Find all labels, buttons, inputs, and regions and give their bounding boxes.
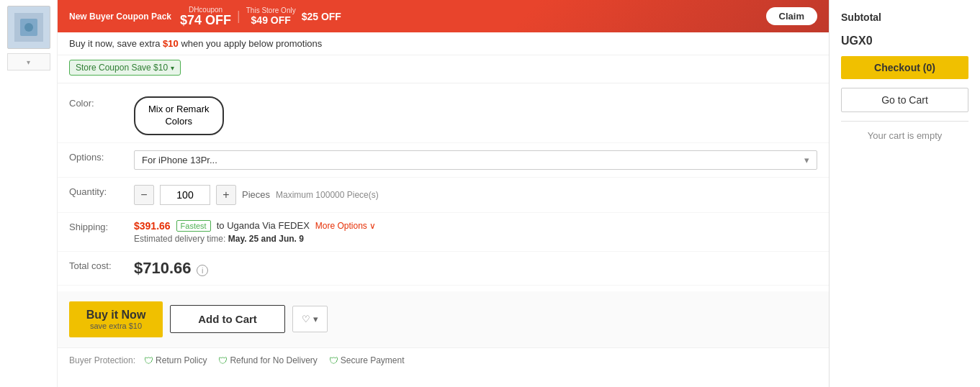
save-extra-row: Buy it now, save extra $10 when you appl…	[58, 32, 829, 55]
quantity-unit: Pieces	[242, 189, 270, 200]
coupon-banner: New Buyer Coupon Pack DHcoupon $74 OFF |…	[58, 0, 829, 32]
shipping-row: Shipping: $391.66 Fastest to Uganda Via …	[58, 213, 829, 252]
options-selected: For iPhone 13Pr...	[142, 155, 217, 165]
options-dropdown[interactable]: For iPhone 13Pr... ▾	[134, 150, 817, 170]
store-coupon-row: Store Coupon Save $10 ▾	[58, 55, 829, 83]
delivery-dates: May. 25 and Jun. 9	[228, 234, 304, 244]
buy-now-sub-label: save extra $10	[84, 322, 148, 330]
product-details: Color: Mix or RemarkColors Options: For …	[58, 83, 829, 291]
coupon-title: New Buyer Coupon Pack	[69, 12, 171, 22]
refund-delivery-item: 🛡 Refund for No Delivery	[218, 355, 317, 366]
buyer-protection-label: Buyer Protection:	[69, 355, 135, 365]
shipping-value: $391.66 Fastest to Uganda Via FEDEX More…	[134, 220, 817, 244]
color-row: Color: Mix or RemarkColors	[58, 89, 829, 143]
delivery-label: Estimated delivery time:	[134, 234, 225, 244]
options-row: Options: For iPhone 13Pr... ▾	[58, 143, 829, 178]
claim-button[interactable]: Claim	[766, 7, 817, 25]
buy-now-main-label: Buy it Now	[84, 309, 148, 322]
wishlist-icon: ♡	[302, 314, 310, 324]
right-sidebar: Subtotal UGX0 Checkout (0) Go to Cart Yo…	[829, 0, 980, 387]
total-cost-label: Total cost:	[69, 259, 134, 271]
thumbnail-panel: ▾	[0, 0, 58, 387]
quantity-control: − + Pieces Maximum 100000 Piece(s)	[134, 185, 817, 205]
secure-payment-item: 🛡 Secure Payment	[329, 355, 405, 366]
refund-delivery-shield-icon: 🛡	[218, 355, 228, 366]
quantity-decrease-button[interactable]: −	[134, 185, 154, 205]
fastest-badge: Fastest	[176, 220, 211, 232]
quantity-row: Quantity: − + Pieces Maximum 100000 Piec…	[58, 178, 829, 213]
thumbnail-nav-down[interactable]: ▾	[7, 53, 50, 70]
wishlist-button[interactable]: ♡ ▾	[292, 306, 328, 332]
more-options-text: More Options	[315, 221, 367, 231]
total-price: $710.66	[134, 259, 192, 277]
options-value: For iPhone 13Pr... ▾	[134, 150, 817, 170]
secure-payment-shield-icon: 🛡	[329, 355, 338, 366]
total-cost-value: $710.66 i	[134, 259, 817, 278]
delivery-estimate: Estimated delivery time: May. 25 and Jun…	[134, 234, 817, 244]
save-extra-amount: $10	[163, 38, 179, 49]
color-value: Mix or RemarkColors	[134, 96, 817, 135]
store-only-label: This Store Only	[246, 6, 296, 14]
store-coupon-label: Store Coupon Save $10	[76, 63, 168, 73]
cart-empty-text: Your cart is empty	[841, 130, 968, 141]
coupon-separator: |	[237, 9, 240, 24]
shipping-label: Shipping:	[69, 220, 134, 232]
buyer-protection-row: Buyer Protection: 🛡 Return Policy 🛡 Refu…	[58, 347, 829, 373]
store-coupon-badge[interactable]: Store Coupon Save $10 ▾	[69, 60, 181, 76]
secure-payment-text: Secure Payment	[341, 355, 405, 365]
more-options-link[interactable]: More Options ∨	[315, 221, 376, 231]
shipping-price: $391.66	[134, 220, 171, 232]
product-thumbnail[interactable]	[7, 6, 50, 49]
store-off-label: $25 OFF	[302, 11, 341, 22]
store-coupon-chevron: ▾	[171, 64, 174, 72]
add-to-cart-button[interactable]: Add to Cart	[170, 305, 285, 333]
svg-point-2	[24, 23, 33, 32]
options-chevron: ▾	[804, 155, 809, 165]
return-policy-shield-icon: 🛡	[144, 355, 153, 366]
total-cost-info-icon[interactable]: i	[197, 265, 208, 276]
return-policy-text: Return Policy	[156, 355, 207, 365]
store-coupon-item: This Store Only $49 OFF	[246, 6, 296, 26]
wishlist-chevron: ▾	[313, 314, 318, 324]
main-content: New Buyer Coupon Pack DHcoupon $74 OFF |…	[58, 0, 829, 387]
sidebar-divider	[841, 121, 968, 122]
more-options-chevron: ∨	[369, 221, 376, 231]
quantity-increase-button[interactable]: +	[216, 185, 236, 205]
quantity-max: Maximum 100000 Piece(s)	[276, 190, 379, 200]
dhcoupon-item: DHcoupon $74 OFF	[180, 6, 231, 27]
action-row: Buy it Now save extra $10 Add to Cart ♡ …	[58, 291, 829, 347]
subtotal-label: Subtotal	[841, 12, 968, 23]
quantity-value: − + Pieces Maximum 100000 Piece(s)	[134, 185, 817, 205]
checkout-button[interactable]: Checkout (0)	[841, 56, 968, 79]
return-policy-item: 🛡 Return Policy	[144, 355, 207, 366]
refund-delivery-text: Refund for No Delivery	[230, 355, 317, 365]
subtotal-value: UGX0	[841, 35, 968, 47]
quantity-label: Quantity:	[69, 185, 134, 197]
save-extra-text: Buy it now, save extra	[69, 38, 160, 49]
store-amount: $49 OFF	[251, 14, 291, 26]
color-option-mix[interactable]: Mix or RemarkColors	[134, 96, 224, 135]
quantity-input[interactable]	[160, 185, 210, 205]
dhcoupon-label: DHcoupon	[189, 6, 222, 14]
color-label: Color:	[69, 96, 134, 109]
store-off-item: $25 OFF	[302, 11, 341, 22]
dhcoupon-amount: $74 OFF	[180, 14, 231, 27]
coupon-items: DHcoupon $74 OFF | This Store Only $49 O…	[180, 6, 341, 27]
go-to-cart-button[interactable]: Go to Cart	[841, 88, 968, 112]
save-extra-suffix: when you apply below promotions	[181, 38, 322, 49]
buy-now-button[interactable]: Buy it Now save extra $10	[69, 301, 163, 337]
options-label: Options:	[69, 150, 134, 163]
total-cost-row: Total cost: $710.66 i	[58, 252, 829, 286]
shipping-via: to Uganda Via FEDEX	[217, 220, 310, 231]
